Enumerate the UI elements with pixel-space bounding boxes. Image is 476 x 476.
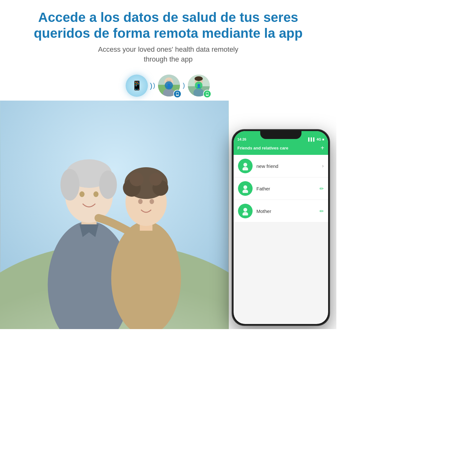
device-badge-2 (203, 90, 211, 98)
phone-icon: 📱 (131, 80, 142, 91)
svg-point-10 (177, 95, 178, 96)
photo-phone-container: 14:26 ▌▌▌ 4G ■ Friends and relatives car… (0, 101, 336, 329)
wave-signal-1: ) ) (148, 81, 157, 90)
header-section: Accede a los datos de salud de tus seres… (0, 0, 336, 69)
edit-father-icon[interactable]: ✏ (320, 186, 324, 192)
svg-point-45 (243, 208, 247, 212)
main-title-line1: Accede a los datos de salud de tus seres (13, 10, 324, 25)
person-2-wrapper: 👤 (187, 74, 211, 97)
device-badge-1 (173, 90, 182, 98)
contact-avatar-new-friend (238, 159, 253, 173)
svg-point-40 (149, 199, 154, 204)
svg-point-44 (242, 189, 248, 193)
sub-title: Access your loved ones' health data remo… (13, 45, 324, 64)
couple-photo (0, 101, 229, 329)
contact-name-mother: Mother (256, 208, 316, 214)
wave-right-icon: ) (153, 82, 155, 89)
svg-point-15 (195, 76, 203, 81)
main-title-line2: queridos de forma remota mediante la app (13, 25, 324, 41)
svg-point-28 (99, 170, 117, 199)
contact-name-father: Father (256, 186, 316, 191)
phone-notch (260, 130, 301, 139)
svg-point-20 (207, 95, 208, 96)
phone-app-header: Friends and relatives care + (234, 142, 328, 155)
contacts-list: new friend › Father ✏ (234, 155, 328, 222)
contact-avatar-mother (238, 204, 253, 218)
device-icon-1 (175, 92, 180, 96)
contact-name-new-friend: new friend (256, 163, 318, 169)
couple-illustration (0, 101, 229, 329)
svg-point-27 (60, 169, 79, 201)
contact-row-mother[interactable]: Mother ✏ (234, 200, 328, 222)
sub-title-line1: Access your loved ones' health data remo… (13, 45, 324, 55)
svg-point-38 (149, 173, 162, 186)
phone-device-circle: 📱 (126, 75, 148, 97)
svg-text:👤: 👤 (196, 83, 201, 88)
chevron-right-icon: › (322, 163, 324, 169)
svg-point-43 (243, 185, 247, 189)
sub-title-line2: through the app (13, 55, 324, 64)
person-1-wrapper: 👤 (157, 74, 181, 97)
svg-point-39 (138, 199, 142, 204)
main-title: Accede a los datos de salud de tus seres… (13, 10, 324, 42)
svg-point-37 (129, 172, 143, 186)
svg-point-41 (243, 163, 247, 167)
father-avatar-icon (241, 184, 250, 193)
contact-avatar-father (238, 181, 253, 196)
svg-rect-9 (176, 93, 178, 95)
svg-point-30 (93, 191, 98, 197)
device-icon-2 (205, 92, 209, 96)
wave-left-icon: ) (150, 81, 152, 90)
phone-mockup: 14:26 ▌▌▌ 4G ■ Friends and relatives car… (232, 129, 330, 326)
svg-point-29 (79, 191, 84, 197)
edit-mother-icon[interactable]: ✏ (320, 208, 324, 214)
status-signal: ▌▌▌ 4G ■ (308, 137, 324, 141)
phone-screen: 14:26 ▌▌▌ 4G ■ Friends and relatives car… (234, 131, 328, 324)
wave2-left-icon: ) (183, 82, 185, 89)
connection-diagram: 📱 ) ) 👤 (0, 69, 336, 101)
new-friend-avatar-icon (241, 162, 250, 170)
svg-point-42 (242, 167, 248, 170)
svg-text:👤: 👤 (166, 83, 172, 89)
phone-app-title: Friends and relatives care (237, 146, 288, 150)
contact-row-new-friend[interactable]: new friend › (234, 155, 328, 177)
add-contact-button[interactable]: + (321, 144, 324, 152)
svg-point-46 (242, 212, 248, 215)
mother-avatar-icon (241, 207, 250, 215)
svg-rect-19 (206, 93, 208, 95)
contact-row-father[interactable]: Father ✏ (234, 177, 328, 200)
wave-signal-2: ) (181, 82, 187, 89)
status-time: 14:26 (237, 137, 246, 141)
